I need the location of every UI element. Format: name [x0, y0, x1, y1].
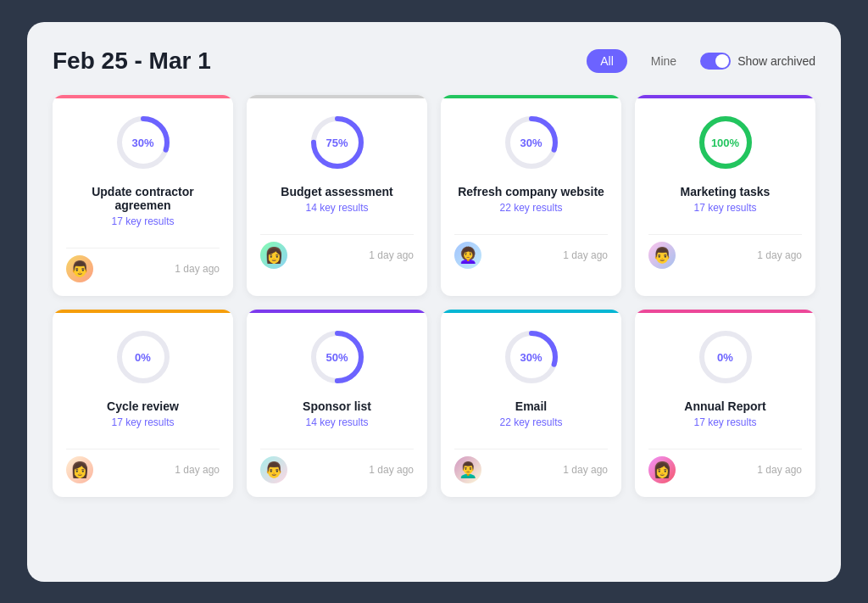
- progress-label: 30%: [520, 350, 542, 363]
- time-ago: 1 day ago: [369, 464, 414, 476]
- card-footer: 👩 1 day ago: [66, 449, 220, 483]
- progress-ring: 75%: [307, 112, 368, 173]
- card-title: Budget assessment: [281, 185, 392, 198]
- header: Feb 25 - Mar 1 All Mine Show archived: [53, 47, 815, 75]
- card-5[interactable]: 0% Cycle review 17 key results 👩 1 day a…: [53, 310, 233, 497]
- card-content: 30% Update contractor agreemen 17 key re…: [66, 112, 220, 282]
- time-ago: 1 day ago: [369, 249, 414, 261]
- progress-label: 30%: [131, 136, 153, 148]
- card-border: [247, 95, 427, 98]
- card-title: Marketing tasks: [681, 185, 771, 198]
- avatar: 👨: [66, 255, 93, 282]
- card-content: 0% Cycle review 17 key results 👩 1 day a…: [66, 327, 220, 483]
- card-6[interactable]: 50% Sponsor list 14 key results 👨 1 day …: [247, 310, 427, 497]
- card-key-results[interactable]: 17 key results: [111, 215, 174, 227]
- avatar: 👨‍🦱: [454, 456, 481, 483]
- avatar: 👩: [648, 456, 676, 483]
- card-border: [635, 310, 815, 313]
- card-footer: 👨 1 day ago: [66, 248, 220, 282]
- progress-ring: 30%: [113, 112, 174, 173]
- filter-all-button[interactable]: All: [587, 49, 627, 73]
- card-border: [53, 95, 233, 98]
- toggle-knob: [715, 54, 729, 68]
- card-footer: 👩‍🦱 1 day ago: [454, 234, 608, 269]
- time-ago: 1 day ago: [563, 464, 608, 476]
- card-footer: 👨 1 day ago: [648, 234, 802, 269]
- card-content: 0% Annual Report 17 key results 👩 1 day …: [648, 327, 802, 483]
- progress-label: 0%: [135, 350, 151, 363]
- card-key-results[interactable]: 17 key results: [693, 202, 756, 214]
- progress-ring: 0%: [695, 327, 756, 388]
- card-content: 50% Sponsor list 14 key results 👨 1 day …: [260, 327, 414, 483]
- card-3[interactable]: 30% Refresh company website 22 key resul…: [441, 95, 621, 296]
- progress-ring: 0%: [113, 327, 174, 388]
- card-key-results[interactable]: 14 key results: [305, 202, 368, 214]
- card-key-results[interactable]: 22 key results: [499, 416, 562, 428]
- card-key-results[interactable]: 17 key results: [111, 416, 174, 428]
- cards-grid: 30% Update contractor agreemen 17 key re…: [53, 95, 815, 497]
- progress-label: 75%: [326, 136, 348, 148]
- main-container: Feb 25 - Mar 1 All Mine Show archived 30…: [27, 22, 841, 582]
- card-border: [441, 310, 621, 313]
- avatar: 👨: [648, 242, 676, 269]
- card-7[interactable]: 30% Email 22 key results 👨‍🦱 1 day ago: [441, 310, 621, 497]
- progress-ring: 30%: [501, 327, 562, 388]
- time-ago: 1 day ago: [757, 249, 802, 261]
- progress-ring: 30%: [501, 112, 562, 173]
- card-border: [441, 95, 621, 98]
- progress-ring: 100%: [695, 112, 756, 173]
- date-range-title: Feb 25 - Mar 1: [53, 47, 211, 75]
- card-content: 100% Marketing tasks 17 key results 👨 1 …: [648, 112, 802, 269]
- card-content: 75% Budget assessment 14 key results 👩 1…: [260, 112, 414, 269]
- progress-label: 100%: [711, 136, 739, 148]
- card-key-results[interactable]: 17 key results: [693, 416, 756, 428]
- progress-ring: 50%: [307, 327, 368, 388]
- avatar: 👨: [260, 456, 287, 483]
- time-ago: 1 day ago: [757, 464, 802, 476]
- card-title: Refresh company website: [458, 185, 604, 198]
- avatar: 👩: [66, 456, 93, 483]
- card-title: Cycle review: [107, 399, 179, 413]
- card-4[interactable]: 100% Marketing tasks 17 key results 👨 1 …: [635, 95, 815, 296]
- card-footer: 👩 1 day ago: [648, 449, 802, 483]
- card-key-results[interactable]: 22 key results: [499, 202, 562, 214]
- card-2[interactable]: 75% Budget assessment 14 key results 👩 1…: [247, 95, 427, 296]
- card-title: Email: [515, 399, 547, 413]
- card-title: Sponsor list: [303, 399, 371, 413]
- show-archived-toggle-group[interactable]: Show archived: [700, 53, 815, 70]
- card-key-results[interactable]: 14 key results: [305, 416, 368, 428]
- card-content: 30% Email 22 key results 👨‍🦱 1 day ago: [454, 327, 608, 483]
- progress-label: 0%: [717, 350, 733, 363]
- card-footer: 👩 1 day ago: [260, 234, 414, 269]
- show-archived-toggle[interactable]: [700, 53, 731, 70]
- card-footer: 👨 1 day ago: [260, 449, 414, 483]
- time-ago: 1 day ago: [563, 249, 608, 261]
- time-ago: 1 day ago: [175, 464, 220, 476]
- card-footer: 👨‍🦱 1 day ago: [454, 449, 608, 483]
- progress-label: 30%: [520, 136, 542, 148]
- card-border: [635, 95, 815, 98]
- card-content: 30% Refresh company website 22 key resul…: [454, 112, 608, 269]
- filter-mine-button[interactable]: Mine: [637, 49, 690, 73]
- avatar: 👩: [260, 242, 287, 269]
- progress-label: 50%: [326, 350, 348, 363]
- card-title: Update contractor agreemen: [66, 185, 220, 212]
- card-border: [247, 310, 427, 313]
- card-border: [53, 310, 233, 313]
- time-ago: 1 day ago: [175, 263, 220, 275]
- avatar: 👩‍🦱: [454, 242, 481, 269]
- show-archived-label: Show archived: [737, 54, 815, 68]
- card-8[interactable]: 0% Annual Report 17 key results 👩 1 day …: [635, 310, 815, 497]
- card-title: Annual Report: [684, 399, 765, 413]
- header-controls: All Mine Show archived: [587, 49, 815, 73]
- card-1[interactable]: 30% Update contractor agreemen 17 key re…: [53, 95, 233, 296]
